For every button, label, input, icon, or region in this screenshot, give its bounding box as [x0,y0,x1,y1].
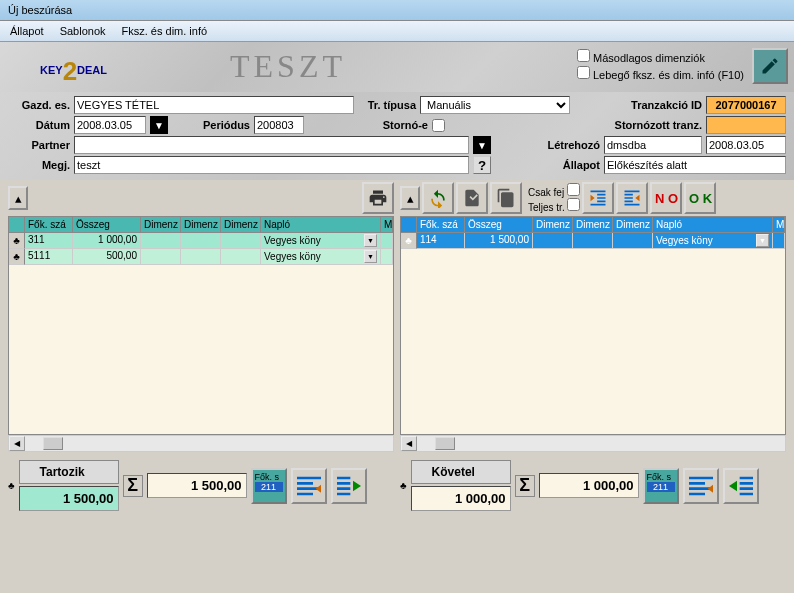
form-area: Gazd. es. Tr. típusa Manuális Tranzakció… [0,92,794,180]
scroll-left-icon[interactable]: ◀ [401,436,417,451]
chevron-down-icon[interactable]: ▼ [756,234,769,247]
left-grid-panel: ▴ Fők. szá Összeg Dimenz Dimenz Dimenz N… [8,180,394,452]
scroll-left-icon[interactable]: ◀ [9,436,25,451]
club-icon: ♣ [405,235,412,246]
edit-button[interactable] [752,48,788,84]
right-nav-up-button[interactable]: ▴ [400,186,420,210]
documents-icon [496,188,516,208]
datum-field[interactable] [74,116,146,134]
club-icon: ♣ [8,480,15,491]
fok-s-right-button[interactable]: Fők. s211 [643,468,679,504]
table-row[interactable]: ♣ 311 1 000,00 Vegyes köny▼ [9,233,393,249]
kovetel-panel: ♣ Követel 1 000,00 Σ 1 000,00 Fők. s211 [400,460,786,511]
align-left-icon [685,470,717,502]
left-scrollbar[interactable]: ◀ [8,435,394,452]
club-icon: ♣ [400,480,407,491]
tartozik-panel: ♣ Tartozik 1 500,00 Σ 1 500,00 Fők. s211 [8,460,394,511]
document-check-icon [462,188,482,208]
allapot-label: Állapot [495,159,600,171]
kovetel-label: Követel [411,460,511,484]
partner-label: Partner [8,139,70,151]
teszt-watermark: TESZT [230,48,346,85]
gazd-es-label: Gazd. es. [8,99,70,111]
club-icon: ♣ [13,251,20,262]
indent-right-button[interactable] [616,182,648,214]
pencil-icon [760,56,780,76]
scroll-thumb[interactable] [435,437,455,450]
arrow-right-icon [333,470,365,502]
club-icon: ♣ [13,235,20,246]
recycle-icon [428,188,448,208]
right-grid-panel: ▴ Csak fej Teljes tr. N O O K [400,180,786,452]
chevron-down-icon[interactable]: ▼ [364,234,377,247]
partner-lookup-button[interactable]: ▼ [473,136,491,154]
teljes-tr-checkbox[interactable]: Teljes tr. [528,198,580,213]
periodus-label: Periódus [192,119,250,131]
allapot-field [604,156,786,174]
megj-help-button[interactable]: ? [473,156,491,174]
tartozik-label: Tartozik [19,460,119,484]
datum-picker-button[interactable]: ▼ [150,116,168,134]
tool2-button[interactable] [490,182,522,214]
arrow-left-icon [725,470,757,502]
right-grid-header: Fők. szá Összeg Dimenz Dimenz Dimenz Nap… [400,216,786,233]
letrehozo-field [604,136,702,154]
indent-right-icon [622,188,642,208]
chk-masodlagos[interactable]: Másodlagos dimenziók [577,48,744,65]
header-options: Másodlagos dimenziók Lebegő fksz. és dim… [577,48,744,82]
sigma-icon: Σ [123,475,143,497]
csak-fej-checkbox[interactable]: Csak fej [528,183,580,198]
app-logo: KEY2DEAL [40,56,107,87]
left-nav-up-button[interactable]: ▴ [8,186,28,210]
tranzakcio-id-label: Tranzakció ID [574,99,702,111]
chk-lebego[interactable]: Lebegő fksz. és dim. infó (F10) [577,65,744,82]
datum-label: Dátum [8,119,70,131]
right-scrollbar[interactable]: ◀ [400,435,786,452]
gazd-es-field[interactable] [74,96,354,114]
partner-field[interactable] [74,136,469,154]
menu-fksz[interactable]: Fksz. és dim. infó [116,23,214,39]
storno-e-label: Stornó-e [308,119,428,131]
left-grid-body[interactable]: ♣ 311 1 000,00 Vegyes köny▼ ♣ 5111 500,0… [8,233,394,435]
window-title: Új beszúrása [0,0,794,21]
megj-field[interactable] [74,156,469,174]
menubar: Állapot Sablonok Fksz. és dim. infó [0,21,794,42]
indent-left-icon [588,188,608,208]
stornozott-label: Stornózott tranz. [449,119,702,131]
tartozik-sum: 1 500,00 [147,473,247,498]
letrehozo-date-field [706,136,786,154]
tr-tipusa-select[interactable]: Manuális [420,96,570,114]
menu-allapot[interactable]: Állapot [4,23,50,39]
table-row[interactable]: ♣ 114 1 500,00 Vegyes köny▼ [401,233,785,249]
table-row[interactable]: ♣ 5111 500,00 Vegyes köny▼ [9,249,393,265]
chevron-down-icon[interactable]: ▼ [364,250,377,263]
align-left-button[interactable] [291,468,327,504]
periodus-field[interactable] [254,116,304,134]
scroll-thumb[interactable] [43,437,63,450]
recycle-button[interactable] [422,182,454,214]
move-right-button[interactable] [331,468,367,504]
move-left-button[interactable] [723,468,759,504]
left-grid-header: Fők. szá Összeg Dimenz Dimenz Dimenz Nap… [8,216,394,233]
tartozik-value: 1 500,00 [19,486,119,511]
tr-tipusa-label: Tr. típusa [358,99,416,111]
right-grid-body[interactable]: ♣ 114 1 500,00 Vegyes köny▼ [400,233,786,435]
no-button[interactable]: N O [650,182,682,214]
kovetel-sum: 1 000,00 [539,473,639,498]
tool1-button[interactable] [456,182,488,214]
print-button[interactable] [362,182,394,214]
megj-label: Megj. [8,159,70,171]
header-banner: KEY2DEAL TESZT Másodlagos dimenziók Lebe… [0,42,794,92]
stornozott-field [706,116,786,134]
menu-sablonok[interactable]: Sablonok [54,23,112,39]
align-left-icon [293,470,325,502]
ok-button[interactable]: O K [684,182,716,214]
align-left-button-2[interactable] [683,468,719,504]
printer-icon [368,188,388,208]
storno-e-checkbox[interactable] [432,119,445,132]
indent-left-button[interactable] [582,182,614,214]
fok-s-left-button[interactable]: Fők. s211 [251,468,287,504]
letrehozo-label: Létrehozó [495,139,600,151]
kovetel-value: 1 000,00 [411,486,511,511]
sigma-icon: Σ [515,475,535,497]
